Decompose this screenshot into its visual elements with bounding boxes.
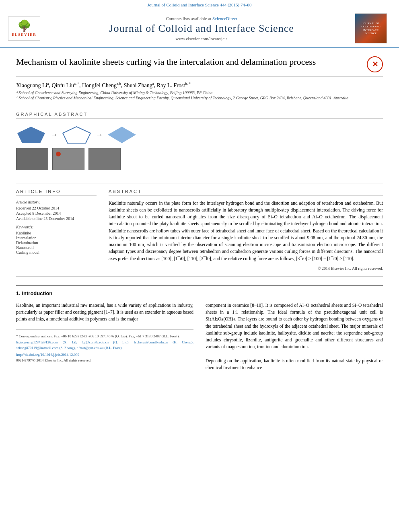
intro-heading: 1. Introduction [16, 290, 383, 296]
issn-line: 0021-9797/© 2014 Elsevier Inc. All right… [16, 358, 193, 364]
affiliation-b: ᵇ School of Chemistry, Physics and Mecha… [16, 96, 383, 100]
journal-top-bar: Journal of Colloid and Interface Science… [0, 0, 399, 9]
svg-marker-2 [108, 127, 136, 143]
intro-col-right: component in ceramics [8–10]. It is comp… [206, 302, 383, 372]
ga-shape-1 [16, 126, 46, 144]
abstract-text: Kaolinite naturally occurs in the plate … [109, 200, 383, 262]
email-link-li[interactable]: lixiaoguang12345@126.com (X. Li), [16, 340, 77, 344]
page-container: Journal of Colloid and Interface Science… [0, 0, 399, 379]
sciencedirect-link[interactable]: ScienceDirect [212, 16, 237, 21]
ga-photo-2 [52, 148, 84, 170]
article-history-label: Article history: [16, 200, 97, 204]
abstract-column: ABSTRACT Kaolinite naturally occurs in t… [109, 189, 383, 271]
journal-cover-image: JOURNAL OFCOLLOID ANDINTERFACESCIENCE [355, 13, 387, 43]
article-title-section: Mechanism of kaolinite sheets curling vi… [16, 56, 383, 77]
available-date: Available online 25 December 2014 [16, 216, 97, 221]
elsevier-logo-image: 🌳 ELSEVIER [8, 16, 40, 41]
divider-1 [16, 106, 383, 106]
email-link-liu[interactable]: lqf@cumtb.edu.cn (Q. Liu), [82, 340, 130, 344]
keyword-2: Intercalation [16, 236, 97, 240]
footnote-emails: lixiaoguang12345@126.com (X. Li), lqf@cu… [16, 340, 193, 351]
journal-cover: JOURNAL OFCOLLOID ANDINTERFACESCIENCE [355, 13, 391, 43]
ga-shape-2 [62, 126, 92, 144]
article-info-column: ARTICLE INFO Article history: Received 2… [16, 189, 97, 271]
introduction-section: 1. Introduction Kaolinite, an important … [16, 285, 383, 372]
received-date: Received 22 October 2014 [16, 206, 97, 210]
doi-link[interactable]: http://dx.doi.org/10.1016/j.jcis.2014.12… [16, 353, 79, 357]
intro-two-col: Kaolinite, an important industrial raw m… [16, 302, 383, 372]
intro-title: Introduction [22, 290, 52, 296]
crossmark-badge: ✕ [367, 56, 383, 72]
header-center: Contents lists available at ScienceDirec… [55, 16, 348, 41]
main-content: Mechanism of kaolinite sheets curling vi… [0, 48, 399, 379]
ga-arrow-2: → [96, 131, 103, 139]
accepted-date: Accepted 8 December 2014 [16, 211, 97, 216]
svg-marker-0 [17, 127, 45, 143]
graphical-abstract-header: GRAPHICAL ABSTRACT [16, 112, 383, 119]
article-info-header: ARTICLE INFO [16, 189, 97, 196]
author-names: Xiaoguang Lia, Qinfu Liua, *, Hongfei Ch… [16, 82, 383, 89]
intro-number: 1. [16, 290, 21, 296]
journal-citation: Journal of Colloid and Interface Science… [147, 2, 251, 7]
keywords-label: Keywords: [16, 225, 97, 229]
sciencedirect-label: Contents lists available at ScienceDirec… [55, 16, 348, 21]
svg-marker-1 [63, 127, 90, 143]
footnote-section: * Corresponding authors. Fax: +86 10 623… [16, 329, 193, 364]
email-li: lixiaoguang12345@126.com (X. Li), lqf@cu… [16, 340, 193, 350]
graphical-abstract-section: GRAPHICAL ABSTRACT → → [16, 112, 383, 177]
elsevier-tree-icon: 🌳 [17, 21, 31, 32]
ga-shape-3 [107, 126, 137, 144]
email-link-cheng[interactable]: h.cheng@cumtb.edu.cn (H. Cheng), [134, 340, 193, 344]
keyword-4: Nanoscroll [16, 245, 97, 250]
cover-text: JOURNAL OFCOLLOID ANDINTERFACESCIENCE [361, 22, 380, 35]
journal-title: Journal of Colloid and Interface Science [55, 23, 348, 35]
ga-photo-1 [16, 148, 48, 170]
ray-frost-author: Ray L. Frost [157, 82, 185, 88]
intro-para-3: Depending on the application, kaolinite … [206, 357, 383, 372]
ga-top-row: → → [16, 126, 383, 144]
header-section: 🌳 ELSEVIER Contents lists available at S… [0, 9, 399, 48]
email-link-zhang[interactable]: szhang870119@hotmail.com (S. Zhang), [16, 346, 76, 350]
journal-url: www.elsevier.com/locate/jcis [55, 36, 348, 41]
footnote-corresponding: * Corresponding authors. Fax: +86 10 623… [16, 334, 193, 339]
keyword-3: Delamination [16, 240, 97, 245]
authors-section: Xiaoguang Lia, Qinfu Liua, *, Hongfei Ch… [16, 82, 383, 100]
crossmark-icon: ✕ [367, 56, 383, 72]
divider-2 [16, 183, 383, 183]
intro-para-1: Kaolinite, an important industrial raw m… [16, 302, 193, 323]
copyright-line: © 2014 Elsevier Inc. All rights reserved… [109, 266, 383, 271]
intro-padding: 1. Introduction Kaolinite, an important … [16, 286, 383, 372]
affiliation-a: ᵃ School of Geoscience and Surveying Eng… [16, 90, 383, 95]
keyword-1: Kaolinite [16, 231, 97, 235]
abstract-header: ABSTRACT [109, 189, 383, 196]
keyword-5: Curling model [16, 250, 97, 255]
doi-line: http://dx.doi.org/10.1016/j.jcis.2014.12… [16, 352, 193, 358]
article-info-abstract: ARTICLE INFO Article history: Received 2… [16, 189, 383, 271]
divider-3 [16, 276, 383, 277]
email-link-frost[interactable]: r.frost@qut.edu.au (R.L. Frost). [76, 346, 122, 350]
ga-container: → → [16, 123, 383, 177]
intro-para-2: component in ceramics [8–10]. It is comp… [206, 302, 383, 351]
ga-bottom-row [16, 148, 383, 170]
article-title: Mechanism of kaolinite sheets curling vi… [16, 56, 316, 68]
elsevier-logo: 🌳 ELSEVIER [8, 16, 48, 41]
elsevier-brand-text: ELSEVIER [12, 33, 37, 37]
ga-arrow-1: → [50, 131, 58, 139]
ga-photo-3 [88, 148, 121, 170]
intro-col-left: Kaolinite, an important industrial raw m… [16, 302, 193, 372]
